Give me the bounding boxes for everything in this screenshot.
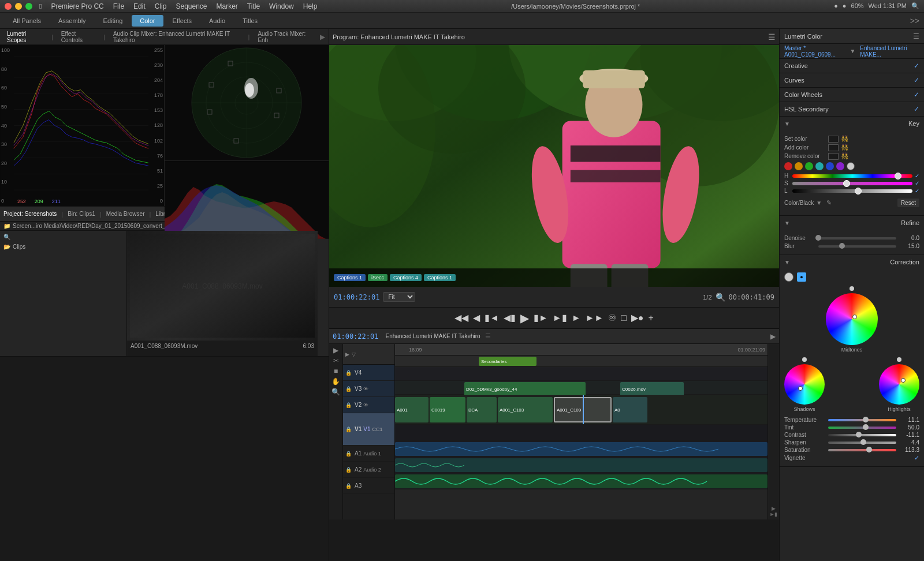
edit-icon[interactable]: ✎ xyxy=(826,199,832,207)
snap-button[interactable]: ▽ xyxy=(352,351,356,357)
refine-header[interactable]: ▼ Refine xyxy=(780,216,924,230)
go-out-button[interactable]: ►▮ xyxy=(553,312,567,323)
traffic-lights[interactable] xyxy=(5,3,32,10)
zoom-out-button[interactable]: 🔍 xyxy=(716,293,725,302)
ripple-tool[interactable]: ■ xyxy=(334,367,338,375)
timeline-expand[interactable]: ▶ xyxy=(770,332,776,341)
temperature-slider[interactable] xyxy=(828,419,896,421)
hsl-enabled[interactable]: ✓ xyxy=(914,105,919,113)
midtones-wheel[interactable] xyxy=(826,293,878,345)
set-color-eyedrop[interactable]: 👯 xyxy=(841,135,849,143)
add-color-swatch[interactable] xyxy=(828,144,839,151)
add-color-eyedrop[interactable]: 👯 xyxy=(841,144,849,151)
s-check[interactable]: ✓ xyxy=(915,180,919,186)
clip-a001[interactable]: A001 xyxy=(395,397,429,422)
cursor-tool[interactable]: ▶ xyxy=(333,346,338,354)
play-button[interactable]: ▶ xyxy=(520,311,529,325)
color-dot-teal[interactable] xyxy=(815,162,824,170)
step-forward-far-button[interactable]: ►► xyxy=(586,313,604,323)
razor-tool[interactable]: ✂ xyxy=(333,357,339,365)
add-button[interactable]: + xyxy=(649,313,654,323)
hsl-l-slider[interactable] xyxy=(792,189,912,193)
color-dot-blue[interactable] xyxy=(826,162,834,170)
menu-app[interactable]: Premiere Pro CC xyxy=(51,2,103,10)
menu-title[interactable]: Title xyxy=(247,2,260,10)
sharpen-slider[interactable] xyxy=(828,442,896,444)
fullscreen-button[interactable] xyxy=(25,3,32,10)
color-wheels-header[interactable]: Color Wheels ✓ xyxy=(780,88,924,102)
hsl-section-header[interactable]: HSL Secondary ✓ xyxy=(780,102,924,116)
scroll-right[interactable]: ▶ xyxy=(772,506,776,511)
curves-section-header[interactable]: Curves ✓ xyxy=(780,73,924,87)
clip-c0019[interactable]: C0019 xyxy=(430,397,465,422)
h-check[interactable]: ✓ xyxy=(915,173,919,179)
minimize-button[interactable] xyxy=(15,3,22,10)
contrast-slider[interactable] xyxy=(828,434,896,436)
menu-clip[interactable]: Clip xyxy=(155,2,167,10)
denoise-slider[interactable] xyxy=(818,237,896,240)
menu-help[interactable]: Help xyxy=(303,2,318,10)
tab-audio-track-mixer[interactable]: Audio Track Mixer: Enh xyxy=(254,29,315,44)
hsl-h-slider[interactable] xyxy=(792,174,912,178)
color-dot-orange[interactable] xyxy=(795,162,803,170)
vignette-check[interactable]: ✓ xyxy=(914,454,919,462)
step-back-button[interactable]: ◀ xyxy=(473,312,480,323)
tab-all-panels[interactable]: All Panels xyxy=(5,15,49,27)
tab-audio[interactable]: Audio xyxy=(201,15,233,27)
safe-margins-button[interactable]: □ xyxy=(621,313,627,323)
step-forward-button[interactable]: ► xyxy=(572,313,581,323)
back-frame-button[interactable]: ◀▮ xyxy=(504,312,516,323)
tab-bin[interactable]: Bin: Clips1 xyxy=(68,211,95,217)
tab-project[interactable]: Project: Screenshots xyxy=(3,211,57,217)
menu-edit[interactable]: Edit xyxy=(133,2,146,10)
saturation-slider[interactable] xyxy=(828,449,896,451)
clip-d02[interactable]: D02_5DMk3_goodby_44 xyxy=(464,382,586,396)
reset-button[interactable]: Reset xyxy=(897,199,919,207)
clip-bca[interactable]: BCA xyxy=(467,397,497,422)
highlights-wheel[interactable] xyxy=(879,364,919,405)
forward-frame-button[interactable]: ▮► xyxy=(534,312,548,323)
correction-circle-icon[interactable] xyxy=(784,272,793,282)
color-dot-red[interactable] xyxy=(784,162,792,170)
panel-menu-button[interactable]: ☰ xyxy=(768,32,776,42)
tab-color[interactable]: Color xyxy=(132,15,163,27)
color-wheels-enabled[interactable]: ✓ xyxy=(914,91,919,99)
panel-expand[interactable]: ▶ xyxy=(320,33,325,41)
menu-window[interactable]: Window xyxy=(269,2,294,10)
scroll-end[interactable]: ►▮ xyxy=(770,511,778,517)
remove-color-swatch[interactable] xyxy=(828,153,839,160)
color-dot-white[interactable] xyxy=(847,162,855,170)
loop-button[interactable]: ♾ xyxy=(608,312,616,323)
shadows-wheel[interactable] xyxy=(784,364,825,405)
fit-selector[interactable]: Fit25%50%100% xyxy=(383,292,415,302)
clip-a0[interactable]: A0 xyxy=(613,397,647,422)
tab-lumetri-scopes[interactable]: Lumetri Scopes xyxy=(3,29,47,44)
output-button[interactable]: ▶● xyxy=(631,312,644,323)
project-item[interactable]: 📂 Clips xyxy=(1,242,125,251)
tab-titles[interactable]: Titles xyxy=(234,15,266,27)
tint-slider[interactable] xyxy=(828,427,896,429)
color-dot-purple[interactable] xyxy=(836,162,844,170)
clip-c0026[interactable]: C0026.mov xyxy=(620,382,684,396)
close-button[interactable] xyxy=(5,3,12,10)
l-check[interactable]: ✓ xyxy=(915,188,919,194)
menu-file[interactable]: File xyxy=(113,2,124,10)
blur-slider[interactable] xyxy=(818,245,896,248)
tab-editing[interactable]: Editing xyxy=(95,15,131,27)
hsl-s-slider[interactable] xyxy=(792,182,912,185)
tab-effect-controls[interactable]: Effect Controls xyxy=(58,29,99,44)
hand-tool[interactable]: ✋ xyxy=(331,377,340,386)
playhead[interactable] xyxy=(583,395,584,424)
set-color-swatch[interactable] xyxy=(828,136,839,143)
go-in-button[interactable]: ▮◄ xyxy=(485,312,499,323)
creative-section-header[interactable]: Creative ✓ xyxy=(780,59,924,73)
clip-dropdown[interactable]: Master * A001_C109_0609... xyxy=(784,45,847,58)
menu-marker[interactable]: Marker xyxy=(217,2,238,10)
color-dot-green[interactable] xyxy=(805,162,813,170)
key-section-header[interactable]: ▼ Key xyxy=(780,117,924,130)
creative-enabled[interactable]: ✓ xyxy=(914,62,919,70)
correction-color-icon[interactable]: ● xyxy=(797,272,806,282)
step-back-far-button[interactable]: ◀◀ xyxy=(454,312,468,323)
tab-audio-clip-mixer[interactable]: Audio Clip Mixer: Enhanced Lumetri MAKE … xyxy=(110,29,244,44)
tab-media-browser[interactable]: Media Browser xyxy=(106,211,145,217)
